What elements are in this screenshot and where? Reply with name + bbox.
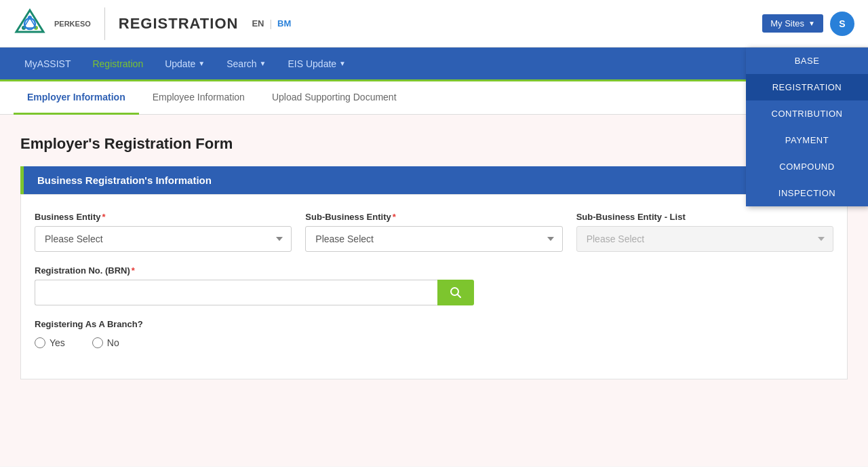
- branch-label: Registering As A Branch?: [35, 319, 143, 329]
- registration-no-input-group: [35, 280, 474, 305]
- user-avatar[interactable]: S: [830, 12, 854, 36]
- tab-employer-information[interactable]: Employer Information: [14, 81, 139, 115]
- tabs-container: Employer Information Employee Informatio…: [0, 81, 868, 115]
- sites-dropdown-base[interactable]: BASE: [746, 48, 868, 74]
- form-row-registration: Registration No. (BRN)*: [35, 265, 833, 305]
- search-icon: [450, 286, 462, 299]
- sites-dropdown-registration[interactable]: REGISTRATION: [746, 74, 868, 100]
- chevron-down-icon: ▼: [198, 60, 205, 67]
- lang-bm-btn[interactable]: BM: [277, 18, 291, 29]
- registration-title: REGISTRATION: [119, 15, 239, 33]
- sub-business-entity-label: Sub-Business Entity*: [305, 212, 562, 222]
- nav-search[interactable]: Search ▼: [216, 47, 277, 81]
- lang-switcher: EN | BM: [252, 18, 291, 29]
- sites-dropdown: BASE REGISTRATION CONTRIBUTION PAYMENT C…: [746, 48, 868, 206]
- form-row-branch: Registering As A Branch? Yes No: [35, 319, 833, 348]
- registration-no-input[interactable]: [35, 280, 437, 305]
- sites-dropdown-compound[interactable]: COMPOUND: [746, 153, 868, 180]
- sub-business-entity-list-select[interactable]: Please Select: [576, 226, 833, 252]
- radio-no-input[interactable]: [92, 337, 103, 348]
- form-group-business-entity: Business Entity* Please Select: [35, 212, 292, 252]
- registration-search-button[interactable]: [437, 280, 474, 305]
- nav-eis-update[interactable]: EIS Update ▼: [277, 47, 357, 81]
- sub-business-entity-select[interactable]: Please Select: [305, 226, 562, 252]
- business-entity-select[interactable]: Please Select: [35, 226, 292, 252]
- form-row-entities: Business Entity* Please Select Sub-Busin…: [35, 212, 833, 252]
- header: PERKESO REGISTRATION EN | BM My Sites ▼ …: [0, 0, 868, 48]
- lang-en-btn[interactable]: EN: [252, 18, 264, 29]
- main-content: Employer's Registration Form Business Re…: [0, 115, 868, 466]
- tab-upload-supporting-document[interactable]: Upload Supporting Document: [258, 81, 410, 115]
- sites-dropdown-contribution[interactable]: CONTRIBUTION: [746, 100, 868, 127]
- business-entity-label: Business Entity*: [35, 212, 292, 222]
- chevron-down-icon: ▼: [808, 20, 815, 27]
- radio-yes-input[interactable]: [35, 337, 45, 348]
- form-group-sub-business-entity-list: Sub-Business Entity - List Please Select: [576, 212, 833, 252]
- form-section: Business Entity* Please Select Sub-Busin…: [20, 194, 848, 379]
- nav-myassist[interactable]: MyASSIST: [14, 47, 81, 81]
- my-sites-button[interactable]: My Sites ▼: [762, 14, 823, 33]
- svg-line-9: [457, 295, 460, 298]
- brand-name: PERKESO: [54, 20, 91, 28]
- sites-dropdown-payment[interactable]: PAYMENT: [746, 127, 868, 153]
- nav-update[interactable]: Update ▼: [154, 47, 216, 81]
- logo-area: PERKESO: [14, 7, 105, 40]
- sub-business-entity-list-label: Sub-Business Entity - List: [576, 212, 833, 222]
- perkeso-logo: [14, 7, 46, 40]
- form-group-branch: Registering As A Branch? Yes No: [35, 319, 143, 348]
- radio-group-branch: Yes No: [35, 337, 143, 348]
- radio-no-label[interactable]: No: [92, 337, 119, 348]
- section-header: Business Registration's Information: [20, 166, 848, 194]
- registration-no-label: Registration No. (BRN)*: [35, 265, 474, 276]
- chevron-down-icon: ▼: [260, 60, 267, 67]
- nav-registration[interactable]: Registration: [81, 47, 154, 81]
- tab-employee-information[interactable]: Employee Information: [139, 81, 258, 115]
- sites-dropdown-inspection[interactable]: INSPECTION: [746, 180, 868, 206]
- form-group-sub-business-entity: Sub-Business Entity* Please Select: [305, 212, 562, 252]
- header-right: My Sites ▼ S: [762, 12, 854, 36]
- radio-yes-label[interactable]: Yes: [35, 337, 65, 348]
- chevron-down-icon: ▼: [339, 60, 346, 67]
- navbar: MyASSIST Registration Update ▼ Search ▼ …: [0, 48, 868, 81]
- form-title: Employer's Registration Form: [20, 135, 848, 153]
- form-group-registration-no: Registration No. (BRN)*: [35, 265, 474, 305]
